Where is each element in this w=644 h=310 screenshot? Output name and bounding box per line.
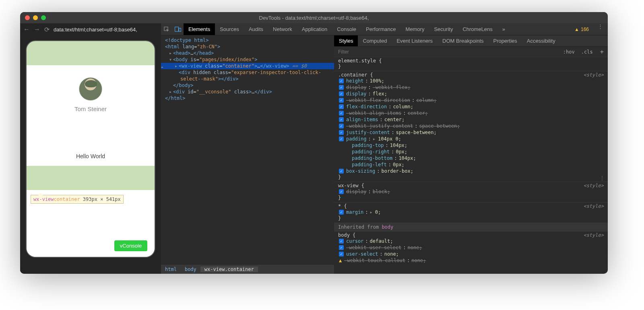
tab-console[interactable]: Console xyxy=(332,23,361,35)
style-property[interactable]: ✓-webkit-flex-direction: column; xyxy=(338,97,604,103)
style-property[interactable]: ✓justify-content: space-between; xyxy=(338,129,604,136)
rule-body[interactable]: <style> body { ✓cursor: default;✓-webkit… xyxy=(334,231,608,265)
property-checkbox[interactable]: ✓ xyxy=(339,124,344,128)
new-style-rule-icon[interactable]: + xyxy=(596,48,608,56)
style-rules[interactable]: element.style { } <style> .container { ✓… xyxy=(334,57,608,274)
tabs-overflow[interactable]: » xyxy=(497,23,510,35)
tab-memory[interactable]: Memory xyxy=(400,23,429,35)
style-property[interactable]: ✓-webkit-align-items: center; xyxy=(338,110,604,116)
style-property[interactable]: ✓-webkit-justify-content: space-between; xyxy=(338,123,604,129)
property-checkbox[interactable]: ✓ xyxy=(339,111,344,116)
tree-line[interactable]: <!doctype html> xyxy=(161,37,334,43)
style-property[interactable]: padding-top: 104px; xyxy=(338,142,604,149)
style-property[interactable]: ✓user-select: none; xyxy=(338,251,604,257)
styles-pane: Styles Computed Event Listeners DOM Brea… xyxy=(334,35,608,274)
close-icon[interactable] xyxy=(25,15,30,20)
style-property[interactable]: ✓flex-direction: column; xyxy=(338,103,604,110)
property-checkbox[interactable]: ✓ xyxy=(339,98,344,103)
tab-performance[interactable]: Performance xyxy=(361,23,400,35)
inspect-tooltip: wx-viewcontainer 393px × 541px xyxy=(31,195,124,204)
style-property[interactable]: ✓box-sizing: border-box; xyxy=(338,168,604,174)
filter-input[interactable] xyxy=(334,49,560,55)
tree-line[interactable]: </body> xyxy=(161,82,334,89)
menu-icon[interactable]: ⋮ xyxy=(593,23,608,35)
property-checkbox[interactable]: ✓ xyxy=(339,85,344,90)
cls-toggle[interactable]: .cls xyxy=(578,49,596,55)
preview-card-top: Tom Steiner Hello World xyxy=(27,65,155,166)
style-property[interactable]: ✓padding: ▸104px 0; xyxy=(338,136,604,142)
warnings-badge[interactable]: ▲ 166 xyxy=(570,23,593,35)
tree-line-selected[interactable]: ▸<wx-view class="container">…</wx-view> … xyxy=(161,63,334,69)
preview-nav: ← → ⟳ data:text/html;charset=utf-8;base6… xyxy=(20,23,161,35)
minimize-icon[interactable] xyxy=(33,15,38,20)
tree-line[interactable]: </html> xyxy=(161,95,334,101)
tab-network[interactable]: Network xyxy=(268,23,297,35)
rule-wxview[interactable]: <style> wx-view { ✓display: block; } xyxy=(334,182,608,203)
property-checkbox[interactable]: ✓ xyxy=(339,210,344,215)
inherited-header: Inherited from body xyxy=(334,223,608,231)
property-checkbox[interactable]: ✓ xyxy=(339,104,344,109)
tree-line[interactable]: ▸<head>…</head> xyxy=(161,50,334,56)
subtab-dom-breakpoints[interactable]: DOM Breakpoints xyxy=(438,35,489,46)
more-icon[interactable]: ⋮ xyxy=(600,175,605,181)
property-checkbox[interactable]: ✓ xyxy=(339,252,344,256)
tree-line[interactable]: ▸<div id="__vconsole" class>…</div> xyxy=(161,89,334,95)
tab-chromelens[interactable]: ChromeLens xyxy=(458,23,497,35)
style-property[interactable]: ▲-webkit-touch-callout: none; xyxy=(338,257,604,264)
style-property[interactable]: ✓margin: ▸0; xyxy=(338,209,604,215)
style-property[interactable]: padding-right: 0px; xyxy=(338,149,604,155)
property-checkbox[interactable]: ✓ xyxy=(339,117,344,122)
property-checkbox[interactable]: ✓ xyxy=(339,189,344,194)
tab-security[interactable]: Security xyxy=(429,23,458,35)
tab-audits[interactable]: Audits xyxy=(244,23,268,35)
style-property[interactable]: ✓-webkit-user-select: none; xyxy=(338,244,604,251)
vconsole-button[interactable]: vConsole xyxy=(114,240,147,251)
property-checkbox[interactable]: ✓ xyxy=(339,91,344,96)
style-property[interactable]: padding-left: 0px; xyxy=(338,161,604,168)
tab-sources[interactable]: Sources xyxy=(215,23,244,35)
subtab-accessibility[interactable]: Accessibility xyxy=(522,35,560,46)
address-url[interactable]: data:text/html;charset=utf-8;base64, xyxy=(54,27,158,33)
style-property[interactable]: ✓align-items: center; xyxy=(338,116,604,123)
style-property[interactable]: ✓display: block; xyxy=(338,188,604,195)
subtab-styles[interactable]: Styles xyxy=(334,35,358,46)
style-property[interactable]: ✓display: -webkit-flex; xyxy=(338,84,604,91)
tab-application[interactable]: Application xyxy=(297,23,332,35)
traffic-lights xyxy=(25,15,46,20)
style-property[interactable]: ✓cursor: default; xyxy=(338,238,604,244)
reload-icon[interactable]: ⟳ xyxy=(44,26,50,33)
tree-line[interactable]: <div hidden class="exparser-inspector-to… xyxy=(161,69,334,76)
tree-line[interactable]: select--mask"></div> xyxy=(161,76,334,82)
dom-tree[interactable]: <!doctype html> <html lang="zh-CN"> ▸<he… xyxy=(161,35,334,264)
inspect-icon[interactable] xyxy=(161,23,172,35)
zoom-icon[interactable] xyxy=(41,15,46,20)
tree-line[interactable]: <html lang="zh-CN"> xyxy=(161,43,334,50)
preview-panel: ← → ⟳ data:text/html;charset=utf-8;base6… xyxy=(20,23,161,274)
rule-element-style[interactable]: element.style { } xyxy=(334,57,608,71)
subtab-event-listeners[interactable]: Event Listeners xyxy=(392,35,438,46)
property-checkbox[interactable]: ✓ xyxy=(339,79,344,83)
crumb-body[interactable]: body xyxy=(181,267,200,272)
rule-star[interactable]: <style> * { ✓margin: ▸0; } xyxy=(334,203,608,223)
style-property[interactable]: padding-bottom: 104px; xyxy=(338,155,604,161)
style-property[interactable]: ✓height: 100%; xyxy=(338,78,604,84)
devtools-panel: Elements Sources Audits Network Applicat… xyxy=(161,23,608,274)
subtab-computed[interactable]: Computed xyxy=(358,35,392,46)
subtab-properties[interactable]: Properties xyxy=(489,35,522,46)
crumb-html[interactable]: html xyxy=(161,267,181,272)
preview-card-bottom: wx-viewcontainer 393px × 541px vConsole xyxy=(27,190,155,257)
property-checkbox[interactable]: ✓ xyxy=(339,245,344,250)
property-checkbox[interactable]: ✓ xyxy=(339,239,344,244)
property-checkbox[interactable]: ✓ xyxy=(339,130,344,135)
property-checkbox[interactable]: ✓ xyxy=(339,169,344,174)
back-icon[interactable]: ← xyxy=(23,26,30,33)
style-property[interactable]: ✓display: flex; xyxy=(338,91,604,97)
property-checkbox[interactable]: ✓ xyxy=(339,136,344,141)
device-toggle-icon[interactable] xyxy=(172,23,184,35)
tree-line[interactable]: ▾<body is="pages/index/index"> xyxy=(161,56,334,63)
forward-icon[interactable]: → xyxy=(34,26,40,33)
rule-container[interactable]: <style> .container { ✓height: 100%;✓disp… xyxy=(334,71,608,182)
hov-toggle[interactable]: :hov xyxy=(560,49,578,55)
tab-elements[interactable]: Elements xyxy=(184,23,215,35)
crumb-wxview[interactable]: wx-view.container xyxy=(200,267,258,272)
